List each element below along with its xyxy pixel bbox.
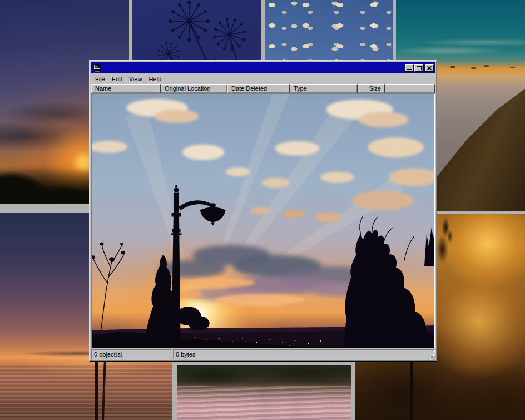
- menu-help[interactable]: Help: [145, 75, 165, 83]
- column-header-size[interactable]: Size: [358, 84, 385, 93]
- maximize-icon: [417, 66, 422, 70]
- menu-bar: File Edit View Help: [91, 73, 435, 84]
- list-view-area[interactable]: [91, 93, 435, 348]
- menu-edit[interactable]: Edit: [108, 75, 126, 83]
- status-object-count: 0 object(s): [91, 349, 171, 359]
- close-icon: [427, 66, 432, 70]
- wallpaper-tile-water-reflection: [177, 365, 351, 420]
- column-header-name[interactable]: Name: [91, 84, 161, 93]
- minimize-icon: [407, 69, 412, 70]
- recycle-bin-window: File Edit View Help Name Original Locati…: [89, 60, 437, 362]
- menu-view[interactable]: View: [126, 75, 146, 83]
- status-bar: 0 object(s) 0 bytes: [91, 349, 435, 359]
- titlebar[interactable]: [91, 62, 435, 73]
- computer-icon: [93, 63, 102, 72]
- close-button[interactable]: [425, 64, 434, 72]
- column-header-empty[interactable]: [385, 84, 435, 93]
- pink-reflection-ripples: [177, 386, 351, 420]
- status-byte-count: 0 bytes: [173, 349, 435, 359]
- maximize-button[interactable]: [414, 64, 423, 72]
- water-ripples: [0, 364, 172, 420]
- pole-silhouette: [410, 360, 413, 420]
- menu-file[interactable]: File: [92, 75, 108, 83]
- column-header-original-location[interactable]: Original Location: [161, 84, 227, 93]
- column-header-date-deleted[interactable]: Date Deleted: [227, 84, 290, 93]
- column-header-row: Name Original Location Date Deleted Type…: [91, 84, 435, 93]
- water-pole: [95, 352, 98, 420]
- column-header-type[interactable]: Type: [290, 84, 358, 93]
- minimize-button[interactable]: [405, 64, 414, 72]
- sunset-lamppost-photo: [92, 94, 434, 348]
